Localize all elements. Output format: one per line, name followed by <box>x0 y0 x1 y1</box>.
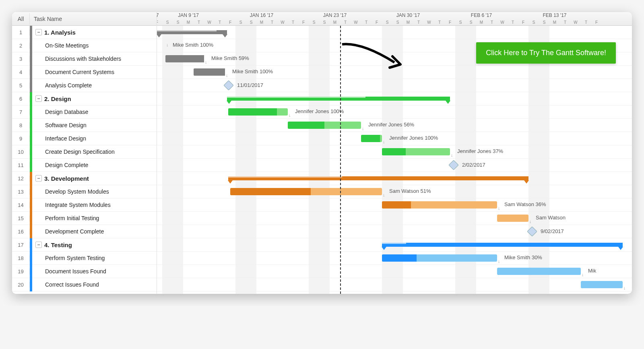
arrow-icon <box>338 40 415 76</box>
dependency-arrow-icon: ↓ <box>498 206 500 211</box>
task-row[interactable]: 14Integrate System Modules <box>12 198 157 212</box>
task-name-label: Create Design Specification <box>45 149 115 155</box>
dependency-arrow-icon: ↓ <box>362 126 364 131</box>
task-name[interactable]: On-Site Meetings <box>30 42 157 49</box>
task-name[interactable]: Discussions with Stakeholders <box>30 56 157 62</box>
task-row[interactable]: 1−1. Analysis <box>12 26 157 39</box>
collapse-toggle[interactable]: − <box>35 29 42 35</box>
task-name-label: Document Issues Found <box>45 268 106 275</box>
task-bar[interactable]: Sam Watson 36% <box>382 201 497 209</box>
milestone-icon[interactable] <box>448 160 458 170</box>
day-label: T <box>487 20 497 25</box>
task-row[interactable]: 4Document Current Systems <box>12 66 157 79</box>
task-header: All Task Name <box>12 12 157 26</box>
task-name[interactable]: −4. Testing <box>30 242 157 248</box>
task-row[interactable]: 16Development Complete <box>12 225 157 238</box>
collapse-toggle[interactable]: − <box>35 242 42 248</box>
header-all[interactable]: All <box>12 13 30 25</box>
task-bar[interactable]: Mike Smith 100% <box>194 68 225 76</box>
task-row[interactable]: 6−2. Design <box>12 92 157 105</box>
task-row[interactable]: 5Analysis Complete <box>12 79 157 92</box>
task-name[interactable]: Integrate System Modules <box>30 202 157 208</box>
day-label: W <box>497 20 508 25</box>
task-name-label: Perform System Testing <box>45 255 105 261</box>
bar-label: Sam Watson 51% <box>389 188 431 194</box>
task-name[interactable]: Development Complete <box>30 228 157 235</box>
task-name[interactable]: Develop System Modules <box>30 188 157 195</box>
task-name[interactable]: Design Complete <box>30 162 157 168</box>
task-bar[interactable]: Mike Smith 59% <box>165 55 204 62</box>
task-name[interactable]: Perform Initial Testing <box>30 215 157 221</box>
milestone-icon[interactable] <box>223 80 233 90</box>
task-bar[interactable]: Jennifer Jones 100% <box>228 108 288 116</box>
bar-label: Mik <box>588 268 596 274</box>
task-row[interactable]: 18Perform System Testing <box>12 252 157 265</box>
task-row[interactable]: 20Correct Issues Found <box>12 278 157 291</box>
collapse-toggle[interactable]: − <box>35 95 42 102</box>
day-label: T <box>413 20 424 25</box>
day-label: W <box>424 20 434 25</box>
row-number: 19 <box>12 268 30 275</box>
row-number: 2 <box>12 43 30 49</box>
task-name[interactable]: −3. Development <box>30 175 157 182</box>
task-bar[interactable]: Sam Watson 51% <box>230 188 382 195</box>
summary-bar[interactable] <box>227 97 450 101</box>
row-number: 8 <box>12 122 30 128</box>
task-row[interactable]: 3Discussions with Stakeholders <box>12 52 157 66</box>
dependency-arrow-icon: ↓ <box>226 73 228 78</box>
milestone-icon[interactable] <box>527 226 537 236</box>
task-name[interactable]: Software Design <box>30 122 157 128</box>
chart-row: ↓Jennifer Jones 56% <box>157 119 632 132</box>
task-name[interactable]: Create Design Specification <box>30 149 157 155</box>
task-name[interactable]: Analysis Complete <box>30 82 157 89</box>
task-row[interactable]: 15Perform Initial Testing <box>12 212 157 225</box>
task-name[interactable]: −2. Design <box>30 95 157 102</box>
dependency-arrow-icon: ↓ <box>383 192 385 197</box>
bar-label: Jennifer Jones 37% <box>457 148 503 154</box>
task-row[interactable]: 19Document Issues Found <box>12 265 157 278</box>
task-bar[interactable]: Mike Smith 30% <box>382 254 497 262</box>
task-name-label: Design Complete <box>45 162 88 168</box>
task-name-label: 4. Testing <box>44 242 72 248</box>
task-name[interactable]: Document Issues Found <box>30 268 157 275</box>
chart-row: ↓Jennifer Jones 37% <box>157 145 632 159</box>
row-number: 3 <box>12 56 30 62</box>
day-label: M <box>476 20 487 25</box>
chart-row <box>157 92 632 105</box>
task-row[interactable]: 10Create Design Specification <box>12 145 157 159</box>
task-name[interactable]: Design Database <box>30 109 157 115</box>
day-label: F <box>225 20 235 25</box>
day-label: M <box>403 20 413 25</box>
task-bar[interactable]: Mik <box>497 268 581 275</box>
cta-button[interactable]: Click Here to Try The Gantt Software! <box>476 42 616 64</box>
task-row[interactable]: 11Design Complete <box>12 159 157 172</box>
task-row[interactable]: 17−4. Testing <box>12 238 157 252</box>
summary-bar[interactable] <box>228 176 528 180</box>
task-bar[interactable]: Jennifer Jones 56% <box>288 122 361 129</box>
cta-label: Click Here to Try The Gantt Software! <box>486 49 606 57</box>
task-name[interactable]: Interface Design <box>30 135 157 142</box>
task-bar[interactable] <box>581 281 623 288</box>
header-task-name[interactable]: Task Name <box>30 13 157 25</box>
task-row[interactable]: 7Design Database <box>12 105 157 119</box>
task-bar[interactable]: Sam Watson <box>497 215 528 222</box>
task-row[interactable]: 8Software Design <box>12 119 157 132</box>
task-name[interactable]: Correct Issues Found <box>30 281 157 288</box>
task-bar[interactable]: Jennifer Jones 37% <box>382 148 450 155</box>
task-row[interactable]: 2On-Site Meetings <box>12 39 157 52</box>
task-name-label: Design Database <box>45 109 88 115</box>
task-row[interactable]: 12−3. Development <box>12 172 157 185</box>
task-row[interactable]: 13Develop System Modules <box>12 185 157 198</box>
summary-bar[interactable] <box>382 243 623 247</box>
row-number: 18 <box>12 255 30 261</box>
timeline-header: '7JAN 9 '17JAN 16 '17JAN 23 '17JAN 30 '1… <box>157 12 632 26</box>
collapse-toggle[interactable]: − <box>35 175 42 182</box>
task-name[interactable]: Perform System Testing <box>30 255 157 261</box>
task-bar[interactable]: Jennifer Jones 100% <box>361 135 382 142</box>
dependency-arrow-icon: ↓ <box>529 219 532 224</box>
task-name[interactable]: −1. Analysis <box>30 29 157 36</box>
task-row[interactable]: 9Interface Design <box>12 132 157 145</box>
bar-label: Mike Smith 30% <box>504 254 542 260</box>
task-name[interactable]: Document Current Systems <box>30 69 157 75</box>
summary-bar[interactable] <box>157 30 227 34</box>
